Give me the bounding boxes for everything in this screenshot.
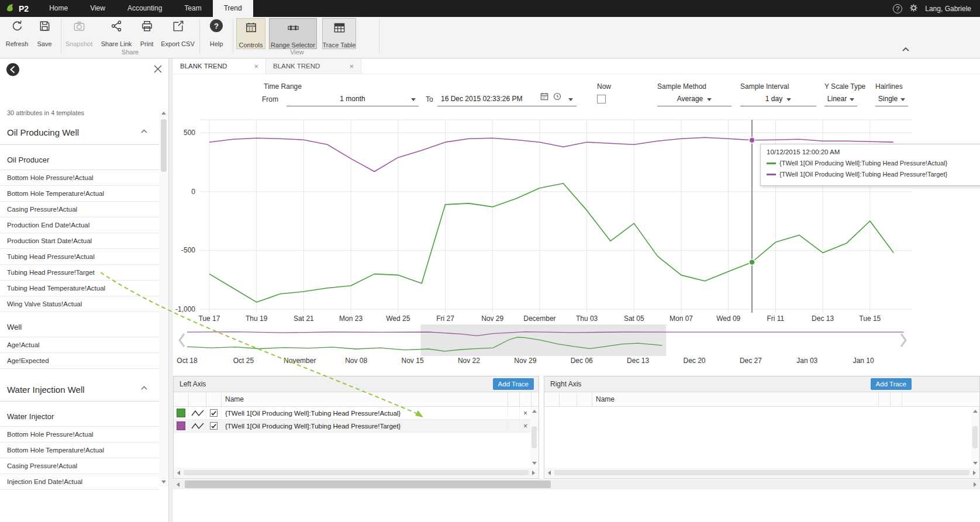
attribute-item[interactable]: Wing Valve Status!Actual: [0, 296, 159, 312]
scroll-left-arrow[interactable]: [548, 471, 551, 475]
scroll-down-arrow[interactable]: [973, 462, 978, 465]
close-sidebar-button[interactable]: [153, 64, 163, 76]
help-icon[interactable]: ?: [893, 4, 902, 13]
svg-text:Oct 25: Oct 25: [233, 357, 254, 365]
scroll-right-arrow[interactable]: [973, 471, 976, 475]
attribute-item[interactable]: Casing Pressure!Actual: [0, 458, 159, 474]
range-selector-button[interactable]: Range Selector: [269, 18, 317, 49]
sidebar-scrollbar[interactable]: [159, 109, 168, 486]
attribute-item-tubing-head-pressure-target[interactable]: Tubing Head Pressure!Target: [0, 265, 159, 281]
nav-chart-svg[interactable]: Oct 18Oct 25NovemberNov 08Nov 15Nov 22No…: [173, 324, 980, 365]
refresh-button[interactable]: Refresh: [3, 19, 31, 47]
attribute-item[interactable]: Bottom Hole Temperature!Actual: [0, 443, 159, 458]
trace-color-swatch[interactable]: [177, 409, 185, 417]
remove-trace-button[interactable]: ×: [523, 422, 527, 430]
range-selector-left-arrow[interactable]: [177, 332, 187, 348]
controls-button[interactable]: Controls: [236, 18, 265, 49]
trace-row[interactable]: {TWell 1[Oil Producing Well]:Tubing Head…: [174, 420, 539, 433]
left-axis-horizontal-scrollbar[interactable]: [174, 468, 538, 478]
menu-item-trend[interactable]: Trend: [213, 0, 253, 17]
tab-close-icon[interactable]: ×: [349, 62, 354, 71]
menu-item-accounting[interactable]: Accounting: [116, 0, 173, 17]
trace-color-swatch[interactable]: [177, 421, 185, 430]
scrollbar-thumb[interactable]: [554, 470, 969, 475]
attribute-item[interactable]: Age!Expected: [0, 353, 159, 369]
y-scale-type-select[interactable]: Linear: [824, 90, 857, 106]
scroll-up-arrow[interactable]: [532, 410, 537, 413]
share-link-button[interactable]: Share Link: [98, 19, 134, 47]
dropdown-caret-icon[interactable]: [568, 98, 573, 101]
attribute-item[interactable]: Age!Actual: [0, 337, 159, 353]
menu-item-team[interactable]: Team: [173, 0, 212, 17]
sidebar-scrollbar-thumb[interactable]: [161, 119, 167, 172]
range-selector-icon: [287, 21, 300, 36]
trace-table-button[interactable]: Trace Table: [322, 18, 356, 49]
tooltip-timestamp: 10/12/2015 12:00:20 AM: [767, 148, 980, 155]
scrollbar-thumb[interactable]: [184, 470, 529, 475]
menu-item-view[interactable]: View: [79, 0, 116, 17]
snapshot-button[interactable]: Snapshot: [63, 19, 95, 47]
scrollbar-thumb[interactable]: [972, 426, 978, 448]
range-selector-right-arrow[interactable]: [898, 332, 909, 348]
attribute-item[interactable]: Casing Pressure!Actual: [0, 202, 159, 217]
help-button[interactable]: ? Help: [202, 19, 230, 47]
hairlines-select[interactable]: Single: [875, 90, 908, 106]
scroll-up-arrow[interactable]: [973, 410, 978, 413]
attribute-item[interactable]: Tubing Head Temperature!Actual: [0, 281, 159, 296]
attribute-item[interactable]: Injection End Date!Actual: [0, 474, 159, 490]
dropdown-caret-icon: [786, 98, 791, 101]
trace-visibility-checkbox[interactable]: [210, 422, 218, 430]
p2-logo[interactable]: P2: [0, 0, 38, 17]
svg-text:-1,000: -1,000: [175, 305, 195, 313]
attribute-item[interactable]: Production Start Date!Actual: [0, 233, 159, 249]
attribute-item[interactable]: Bottom Hole Temperature!Actual: [0, 186, 159, 202]
clock-icon[interactable]: [553, 92, 561, 102]
scroll-left-arrow[interactable]: [177, 471, 180, 475]
scrollbar-thumb[interactable]: [532, 426, 537, 448]
right-axis-horizontal-scrollbar[interactable]: [545, 468, 979, 478]
trace-visibility-checkbox[interactable]: [210, 409, 218, 417]
name-column-header: Name: [592, 392, 879, 406]
attribute-item[interactable]: Bottom Hole Pressure!Actual: [0, 170, 159, 186]
right-axis-vertical-scrollbar[interactable]: [971, 407, 979, 467]
calendar-icon[interactable]: [540, 92, 548, 102]
trace-line-style-icon[interactable]: [189, 420, 206, 432]
trace-row[interactable]: {TWell 1[Oil Producing Well]:Tubing Head…: [174, 407, 539, 420]
scroll-up-arrow[interactable]: [161, 112, 166, 115]
section-oil-producing-well[interactable]: Oil Producing Well: [0, 120, 159, 145]
time-range-label: Time Range: [264, 82, 302, 91]
scroll-down-arrow[interactable]: [161, 480, 166, 483]
scrollbar-thumb[interactable]: [185, 480, 551, 488]
print-button[interactable]: Print: [134, 19, 160, 47]
attribute-item[interactable]: Tubing Head Pressure!Actual: [0, 249, 159, 265]
attribute-item[interactable]: Production End Date!Actual: [0, 217, 159, 233]
left-axis-add-trace-button[interactable]: Add Trace: [493, 378, 534, 390]
scroll-left-arrow[interactable]: [177, 482, 180, 487]
now-checkbox[interactable]: [597, 95, 606, 103]
sample-method-select[interactable]: Average: [657, 90, 731, 106]
scroll-down-arrow[interactable]: [532, 462, 537, 465]
remove-trace-button[interactable]: ×: [523, 409, 527, 417]
dropdown-caret-icon: [707, 98, 712, 101]
trace-line-style-icon[interactable]: [189, 407, 206, 419]
tab-close-icon[interactable]: ×: [254, 62, 258, 71]
export-csv-button[interactable]: Export CSV: [159, 19, 196, 47]
section-water-injection-well[interactable]: Water Injection Well: [0, 369, 159, 402]
from-range-select[interactable]: 1 month: [287, 90, 419, 106]
horizontal-scrollbar[interactable]: [173, 479, 980, 489]
settings-gear-icon[interactable]: [909, 3, 919, 15]
scroll-right-arrow[interactable]: [532, 471, 535, 475]
to-datetime-input[interactable]: 16 Dec 2015 02:33:26 PM: [437, 90, 577, 106]
tab-blank-trend-1[interactable]: BLANK TREND ×: [173, 58, 266, 74]
attribute-item[interactable]: Bottom Hole Pressure!Actual: [0, 427, 159, 443]
left-axis-vertical-scrollbar[interactable]: [530, 407, 538, 467]
tab-blank-trend-2[interactable]: BLANK TREND ×: [266, 58, 361, 74]
sample-interval-select[interactable]: 1 day: [740, 90, 816, 106]
collapse-ribbon-button[interactable]: [902, 44, 910, 54]
menu-item-home[interactable]: Home: [38, 0, 79, 17]
user-name[interactable]: Lang, Gabriele: [925, 5, 971, 13]
scroll-right-arrow[interactable]: [974, 482, 976, 487]
save-button[interactable]: Save: [31, 19, 58, 47]
right-axis-add-trace-button[interactable]: Add Trace: [871, 378, 912, 390]
back-button[interactable]: [6, 63, 20, 79]
